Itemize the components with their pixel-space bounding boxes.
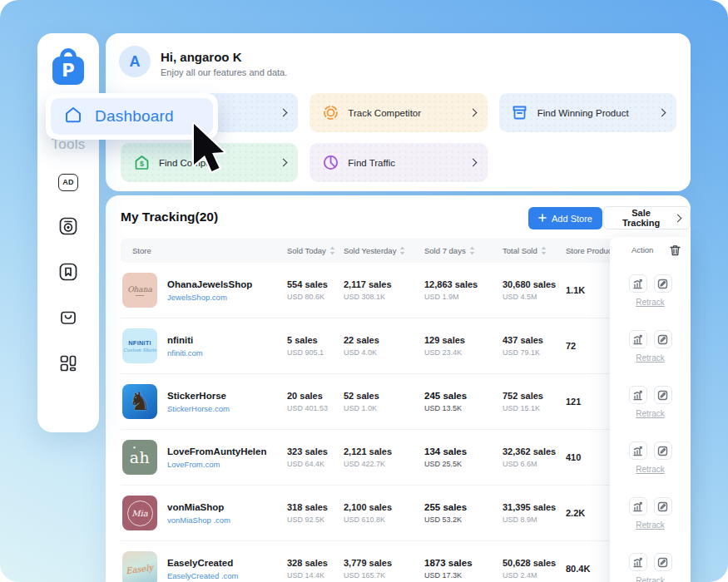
store-cell: Mia vonMiaShop vonMiaShop .com — [121, 496, 275, 530]
column-sold-7days[interactable]: Sold 7 days — [413, 246, 491, 255]
sold-7days-cell: 245 salesUSD 13.5K — [413, 391, 491, 412]
sidebar-item-saved[interactable] — [57, 263, 79, 284]
sidebar-item-store[interactable] — [57, 308, 79, 330]
retrack-link[interactable]: Retrack — [636, 520, 664, 530]
sold-today-cell: 554 salesUSD 80.6K — [275, 279, 332, 301]
shop-bag-icon — [58, 308, 78, 331]
sale-tracking-button[interactable]: Sale Tracking — [603, 206, 691, 229]
analytics-button[interactable] — [629, 497, 647, 515]
store-name[interactable]: StickerHorse — [167, 391, 230, 401]
store-logo[interactable]: Ohana — [122, 273, 157, 308]
logo-letter: P — [62, 61, 74, 81]
store-domain-link[interactable]: EaselyCreated .com — [167, 571, 239, 580]
store-name[interactable]: EaselyCreated — [167, 558, 239, 568]
sort-icon[interactable] — [541, 246, 547, 255]
store-cell: ah ♥ LoveFromAuntyHelen LoveFrom.com — [121, 440, 275, 475]
store-logo[interactable]: Easely — [122, 551, 157, 582]
retrack-link[interactable]: Retrack — [636, 576, 664, 582]
home-icon — [63, 105, 83, 128]
feature-card-label: Find Traffic — [348, 158, 395, 168]
total-sold-cell: 32,362 salesUSD 6.6M — [491, 446, 554, 468]
avatar[interactable]: A — [119, 46, 151, 77]
total-sold-cell: 437 salesUSD 79.1K — [491, 335, 554, 357]
store-domain-link[interactable]: nfiniti.com — [167, 348, 203, 358]
edit-button[interactable] — [654, 441, 672, 460]
trash-icon[interactable] — [670, 244, 681, 256]
app-logo[interactable]: P — [52, 48, 85, 85]
add-store-button[interactable]: Add Store — [528, 207, 602, 229]
row-actions: Retrack — [610, 430, 691, 486]
svg-text:$: $ — [139, 160, 143, 168]
store-domain-link[interactable]: StickerHorse.com — [167, 404, 230, 413]
my-tracking-card: My Tracking(20) Add Store Sale Tracking … — [106, 195, 691, 582]
heart-icon: ♥ — [133, 446, 136, 450]
feature-card-label: Track Competitor — [348, 108, 421, 118]
column-total-sold[interactable]: Total Sold — [491, 246, 554, 255]
sort-icon[interactable] — [469, 246, 475, 255]
feature-card-track-competitor[interactable]: Track Competitor — [310, 93, 487, 132]
badge-ring: Mia — [127, 501, 153, 526]
sidebar-item-dashboard-grid[interactable] — [57, 354, 79, 376]
sold-7days-cell: 129 salesUSD 23.4K — [413, 335, 491, 357]
retrack-link[interactable]: Retrack — [636, 298, 664, 307]
store-domain-link[interactable]: LoveFrom.com — [167, 460, 267, 469]
sidebar-item-ads[interactable]: AD — [57, 171, 79, 193]
edit-button[interactable] — [654, 497, 672, 515]
store-name[interactable]: nfiniti — [167, 335, 203, 345]
feature-card-find-winning-product[interactable]: Find Winning Product — [499, 93, 676, 132]
column-sold-today[interactable]: Sold Today — [275, 246, 332, 255]
chevron-right-icon — [468, 159, 477, 167]
store-logo[interactable]: Mia — [122, 496, 157, 530]
analytics-button[interactable] — [629, 330, 647, 348]
analytics-button[interactable] — [629, 386, 647, 404]
greeting-subtitle: Enjoy all our features and data. — [161, 67, 287, 77]
store-name[interactable]: LoveFromAuntyHelen — [167, 446, 267, 456]
chevron-right-icon — [280, 159, 288, 167]
table-header-row: Store Sold Today Sold Yesterday Sold 7 d… — [121, 239, 676, 263]
row-actions: Retrack — [610, 486, 691, 541]
action-column-panel: Action Retrack Retrack — [610, 237, 691, 582]
store-name[interactable]: vonMiaShop — [167, 502, 230, 512]
store-cell: Ohana OhanaJewelsShop JewelsShop.com — [121, 273, 275, 308]
sold-today-cell: 328 salesUSD 14.4K — [275, 558, 332, 580]
store-domain-link[interactable]: vonMiaShop .com — [167, 515, 230, 525]
sort-icon[interactable] — [399, 246, 405, 255]
edit-button[interactable] — [654, 386, 672, 404]
sold-today-cell: 20 salesUSD 401.53 — [275, 391, 332, 412]
total-sold-cell: 30,680 salesUSD 4.5M — [491, 279, 554, 301]
plus-icon — [538, 214, 547, 224]
column-sold-yesterday[interactable]: Sold Yesterday — [332, 246, 413, 255]
analytics-button[interactable] — [629, 553, 647, 571]
product-box-icon — [511, 104, 529, 122]
table-row: ♞ StickerHorse StickerHorse.com 20 sales… — [121, 374, 676, 430]
store-cell: ♞ StickerHorse StickerHorse.com — [121, 384, 275, 419]
chevron-right-icon — [468, 109, 477, 117]
table-row: Easely EaselyCreated EaselyCreated .com … — [121, 541, 676, 582]
retrack-link[interactable]: Retrack — [636, 353, 664, 363]
analytics-button[interactable] — [629, 441, 647, 460]
total-sold-cell: 31,395 salesUSD 8.9M — [491, 502, 554, 524]
pie-chart-icon — [321, 154, 339, 172]
store-logo[interactable]: ♞ — [122, 384, 157, 419]
ad-icon: AD — [58, 174, 78, 191]
mouse-cursor-icon — [189, 121, 232, 178]
retrack-link[interactable]: Retrack — [636, 409, 664, 418]
edit-button[interactable] — [654, 553, 672, 571]
edit-button[interactable] — [654, 330, 672, 348]
store-name[interactable]: OhanaJewelsShop — [167, 279, 252, 289]
analytics-button[interactable] — [629, 274, 647, 293]
table-row: Ohana OhanaJewelsShop JewelsShop.com 554… — [121, 263, 676, 318]
feature-card-find-traffic[interactable]: Find Traffic — [310, 143, 487, 182]
sidebar-item-track-competitor[interactable] — [57, 217, 79, 239]
dashboard-nav-label: Dashboard — [95, 107, 174, 126]
sold-7days-cell: 255 salesUSD 53.2K — [413, 502, 491, 524]
store-logo[interactable]: ah ♥ — [122, 440, 157, 475]
horse-icon: ♞ — [129, 389, 151, 414]
chevron-right-icon — [280, 109, 288, 117]
store-logo[interactable]: NFiNiTi Custom Shirts — [122, 328, 157, 363]
row-actions: Retrack — [610, 374, 691, 430]
edit-button[interactable] — [654, 274, 672, 293]
column-store[interactable]: Store — [121, 246, 275, 255]
retrack-link[interactable]: Retrack — [636, 465, 664, 474]
store-domain-link[interactable]: JewelsShop.com — [167, 293, 252, 302]
